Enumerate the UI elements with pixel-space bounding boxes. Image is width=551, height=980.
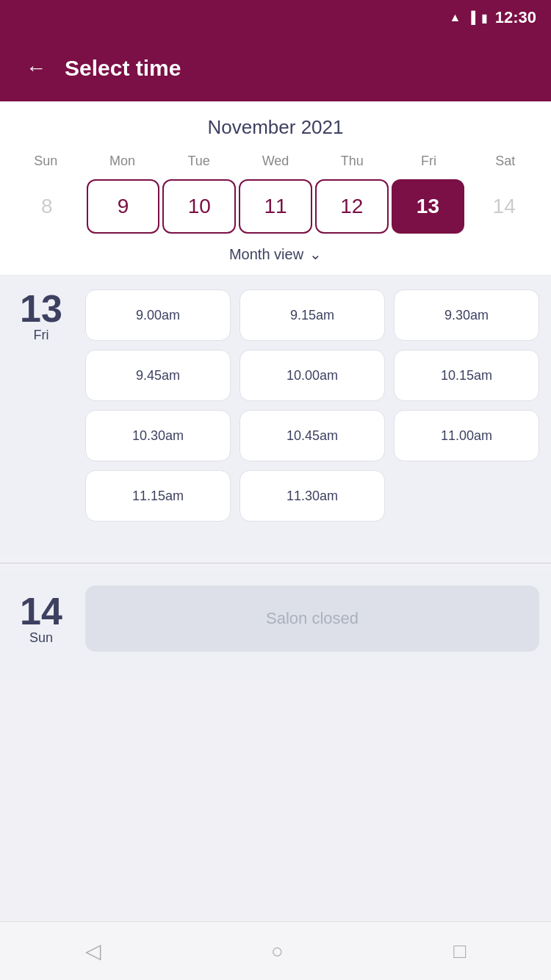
timeslot-1000am[interactable]: 10.00am	[240, 350, 385, 401]
salon-closed-label: Salon closed	[266, 609, 359, 628]
day-10[interactable]: 10	[162, 179, 236, 234]
date-number-13: 13	[12, 289, 71, 328]
timeslot-945am[interactable]: 9.45am	[85, 350, 231, 401]
timeslot-1115am[interactable]: 11.15am	[85, 470, 231, 522]
calendar-section: November 2021 Sun Mon Tue Wed Thu Fri Sa…	[0, 101, 551, 275]
date-label-13: 13 Fri	[12, 289, 71, 343]
salon-closed-box: Salon closed	[85, 586, 539, 652]
battery-icon: ▮	[481, 11, 488, 25]
bottom-nav: ◁ ○ □	[0, 921, 551, 980]
timeslot-1100am[interactable]: 11.00am	[394, 410, 539, 461]
timeslot-1130am[interactable]: 11.30am	[240, 470, 385, 522]
timeslot-1045am[interactable]: 10.45am	[240, 410, 385, 461]
month-view-label: Month view	[229, 246, 303, 263]
day-header-wed: Wed	[237, 151, 314, 172]
month-year: November 2021	[7, 116, 544, 139]
date-day-14: Sun	[12, 630, 71, 646]
section-divider	[0, 563, 551, 563]
signal-icon: ▐	[467, 11, 475, 24]
time-section-13: 13 Fri 9.00am 9.15am 9.30am 9.45am 10.00…	[0, 275, 551, 555]
wifi-icon: ▲	[450, 11, 461, 24]
header: ← Select time	[0, 35, 551, 101]
status-bar: ▲ ▐ ▮ 12:30	[0, 0, 551, 35]
timeslot-915am[interactable]: 9.15am	[240, 289, 385, 341]
month-view-toggle[interactable]: Month view ⌄	[7, 234, 544, 275]
nav-back-icon[interactable]: ◁	[85, 939, 101, 963]
nav-recent-icon[interactable]: □	[453, 940, 466, 963]
day-14: 14	[467, 179, 541, 234]
day-header-mon: Mon	[84, 151, 160, 172]
timeslot-1030am[interactable]: 10.30am	[85, 410, 231, 461]
back-button[interactable]: ←	[22, 53, 50, 84]
date-number-14: 14	[12, 592, 71, 630]
day-12[interactable]: 12	[315, 179, 389, 234]
page-title: Select time	[65, 56, 181, 81]
day-header-tue: Tue	[161, 151, 237, 172]
closed-section-14: 14 Sun Salon closed	[0, 571, 551, 681]
day-9[interactable]: 9	[87, 179, 160, 234]
timeslot-1015am[interactable]: 10.15am	[394, 350, 539, 401]
date-label-14: 14 Sun	[12, 592, 71, 646]
days-row: 8 9 10 11 12 13 14	[7, 179, 544, 234]
day-header-sat: Sat	[467, 151, 544, 172]
day-8: 8	[10, 179, 84, 234]
day-11[interactable]: 11	[239, 179, 312, 234]
chevron-down-icon: ⌄	[309, 245, 322, 263]
date-row-14: 14 Sun Salon closed	[12, 586, 539, 652]
nav-home-icon[interactable]: ○	[271, 940, 284, 963]
days-header: Sun Mon Tue Wed Thu Fri Sat	[7, 151, 544, 172]
timeslot-930am[interactable]: 9.30am	[394, 289, 539, 341]
day-13[interactable]: 13	[392, 179, 465, 234]
status-icons: ▲ ▐ ▮	[450, 11, 488, 25]
date-row-13: 13 Fri 9.00am 9.15am 9.30am 9.45am 10.00…	[12, 289, 539, 522]
timeslot-900am[interactable]: 9.00am	[85, 289, 231, 341]
date-day-13: Fri	[12, 328, 71, 343]
day-header-sun: Sun	[7, 151, 84, 172]
day-header-fri: Fri	[390, 151, 467, 172]
status-time: 12:30	[495, 8, 536, 27]
time-grid-13: 9.00am 9.15am 9.30am 9.45am 10.00am 10.1…	[85, 289, 539, 522]
day-header-thu: Thu	[314, 151, 390, 172]
